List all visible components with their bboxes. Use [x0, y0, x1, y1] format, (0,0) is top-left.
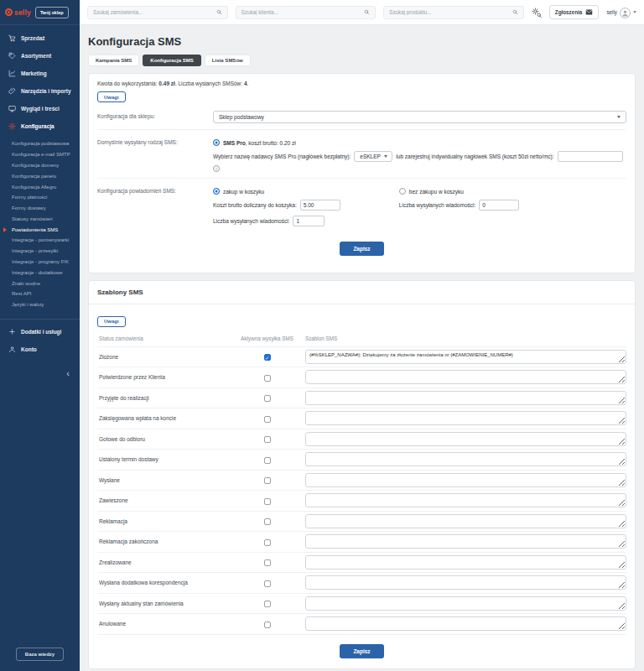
- sidebar-nav: Sprzedaż Asortyment Marketing Narzędzia …: [0, 25, 80, 135]
- selly-logo[interactable]: selly: [5, 8, 31, 17]
- notifications-row: Konfiguracja powiadomień SMS: zakup w ko…: [97, 178, 626, 232]
- sms-active-checkbox[interactable]: [264, 580, 271, 587]
- search-orders-input[interactable]: [93, 9, 213, 15]
- order-status-label: Ustalony termin dostawy: [97, 456, 236, 462]
- sms-template-input[interactable]: [305, 493, 626, 507]
- sidebar-item-sprzedaz[interactable]: Sprzedaż: [0, 29, 80, 47]
- sms-active-checkbox[interactable]: [264, 622, 271, 628]
- search-orders-box: [87, 6, 228, 19]
- sms-active-checkbox[interactable]: [264, 457, 271, 464]
- sms-type-label: Domyślnie wysyłany rodzaj SMS:: [97, 137, 213, 172]
- advanced-search-settings-icon[interactable]: [532, 8, 542, 18]
- sms-active-checkbox[interactable]: [264, 416, 271, 423]
- sidebar-item-konto[interactable]: Konto: [0, 341, 80, 358]
- cart-cost-input[interactable]: [300, 200, 340, 211]
- submenu-item[interactable]: Konfiguracja domeny: [0, 160, 80, 171]
- sms-template-input[interactable]: [305, 555, 626, 570]
- submenu-item[interactable]: Statusy zamówień: [0, 213, 80, 224]
- search-products-input[interactable]: [389, 9, 509, 15]
- sms-pro-label: SMS Pro, koszt brutto: 0.20 zł: [223, 140, 296, 146]
- column-header-template: Szablon SMS: [299, 336, 626, 341]
- submenu-item[interactable]: Konfiguracja e-mail SMTP: [0, 149, 80, 160]
- sidebar-item-label: Wygląd i treści: [21, 106, 60, 112]
- sms-template-input[interactable]: [305, 432, 626, 446]
- custom-header-label: lub zarejestruj indywidualny nagłówek SM…: [396, 153, 553, 159]
- sidebar-item-label: Narzędzia i importy: [21, 88, 71, 94]
- save-config-button[interactable]: Zapisz: [340, 242, 383, 256]
- shop-select[interactable]: Sklep podstawowy: [213, 111, 626, 123]
- sms-template-input[interactable]: [305, 514, 626, 528]
- user-menu[interactable]: selly: [606, 7, 636, 18]
- sms-template-input[interactable]: [305, 391, 626, 405]
- sms-active-checkbox[interactable]: [264, 354, 271, 361]
- submenu-item[interactable]: Konfiguracja Allegro: [0, 181, 80, 192]
- submenu-item[interactable]: Rest API: [0, 289, 80, 299]
- sms-active-checkbox[interactable]: [264, 498, 271, 505]
- submenu-item[interactable]: Konfiguracja panelu: [0, 170, 80, 181]
- messages-count-input[interactable]: [293, 216, 325, 226]
- sms-active-checkbox[interactable]: [264, 375, 271, 382]
- sender-name-value: eSKLEP: [360, 153, 381, 159]
- sidebar-item-dodatki-i-uslugi[interactable]: Dodatki i usługi: [0, 323, 80, 341]
- template-row: Potwierdzone przez Klienta: [97, 367, 626, 388]
- sms-active-checkbox[interactable]: [264, 436, 271, 443]
- submenu-item[interactable]: Integracje - programy F/K: [0, 257, 80, 268]
- sms-active-checkbox[interactable]: [264, 477, 271, 484]
- sender-name-select[interactable]: eSKLEP: [354, 151, 392, 162]
- sidebar-item-wyglad[interactable]: Wygląd i treści: [0, 100, 80, 117]
- sidebar-item-konfiguracja[interactable]: Konfiguracja: [0, 117, 80, 135]
- sms-active-checkbox[interactable]: [264, 559, 271, 566]
- tab-lista-smsow[interactable]: Lista SMSów: [205, 55, 251, 66]
- sms-template-input[interactable]: [305, 452, 626, 466]
- order-status-label: Zrealizowane: [97, 559, 236, 565]
- sms-template-input[interactable]: [305, 370, 626, 384]
- sms-template-input[interactable]: [305, 473, 626, 487]
- reports-button[interactable]: Zgłoszenia: [549, 5, 600, 19]
- sidebar-collapse-button[interactable]: [0, 358, 80, 380]
- template-row: Zrealizowane: [97, 552, 626, 573]
- sidebar-item-marketing[interactable]: Marketing: [0, 65, 80, 82]
- sms-active-checkbox[interactable]: [264, 518, 271, 525]
- sms-template-input[interactable]: [305, 575, 626, 590]
- submenu-item[interactable]: Integracje - porównywarki: [0, 235, 80, 246]
- sms-template-input[interactable]: [305, 616, 626, 631]
- submenu-item[interactable]: Integracje - dodatkowe: [0, 267, 80, 278]
- submenu-item[interactable]: Integracje - przesyłki: [0, 246, 80, 257]
- your-shop-button[interactable]: Twój sklep: [35, 7, 69, 18]
- order-status-label: Reklamacja zakończona: [97, 538, 236, 544]
- submenu-item[interactable]: Języki i waluty: [0, 299, 80, 310]
- submenu-item[interactable]: Formy dostawy: [0, 203, 80, 214]
- notes-button[interactable]: Uwagi: [97, 316, 126, 327]
- no-purchase-messages-label: Liczba wysyłanych wiadomości:: [399, 202, 475, 208]
- submenu-item[interactable]: Znaki wodne: [0, 278, 80, 289]
- tab-kampania-sms[interactable]: Kampania SMS: [88, 55, 139, 66]
- sms-template-input[interactable]: {#%SKLEP_NAZWA#}: Dziękujemy za złożenie…: [305, 350, 626, 364]
- sms-template-input[interactable]: [305, 411, 626, 425]
- tab-konfiguracja-sms[interactable]: Konfiguracja SMS: [143, 55, 200, 66]
- custom-header-input[interactable]: [558, 151, 623, 162]
- submenu-item[interactable]: Powiadomienia SMS: [0, 224, 80, 235]
- sidebar-item-narzedzia[interactable]: Narzędzia i importy: [0, 82, 80, 100]
- app-root: selly Twój sklep Sprzedaż Asortyment: [0, 0, 644, 671]
- order-status-label: Wysłana dodatkowa korespondencja: [97, 580, 236, 585]
- sms-template-input[interactable]: [305, 534, 626, 549]
- sms-active-checkbox[interactable]: [264, 395, 271, 402]
- sms-active-checkbox[interactable]: [264, 539, 271, 546]
- notes-button[interactable]: Uwagi: [97, 91, 126, 102]
- no-purchase-radio[interactable]: [399, 188, 406, 195]
- save-templates-button[interactable]: Zapisz: [340, 644, 383, 658]
- submenu-item[interactable]: Konfiguracja podstawowa: [0, 138, 80, 149]
- purchase-in-cart-radio[interactable]: [213, 188, 220, 195]
- order-status-label: Wysłane: [97, 477, 236, 483]
- page-content: Konfiguracja SMS Kampania SMS Konfigurac…: [80, 25, 644, 671]
- template-row: Zaksięgowana wpłata na koncie: [97, 408, 626, 429]
- sms-pro-radio[interactable]: [213, 139, 220, 146]
- knowledge-base-button[interactable]: Baza wiedzy: [16, 648, 64, 661]
- search-clients-input[interactable]: [242, 9, 361, 15]
- sms-active-checkbox[interactable]: [264, 601, 271, 607]
- sms-template-input[interactable]: [305, 596, 626, 611]
- submenu-item[interactable]: Formy płatności: [0, 192, 80, 203]
- sidebar-item-asortyment[interactable]: Asortyment: [0, 47, 80, 65]
- search-products-box: [383, 6, 524, 19]
- no-purchase-messages-input[interactable]: [479, 200, 519, 211]
